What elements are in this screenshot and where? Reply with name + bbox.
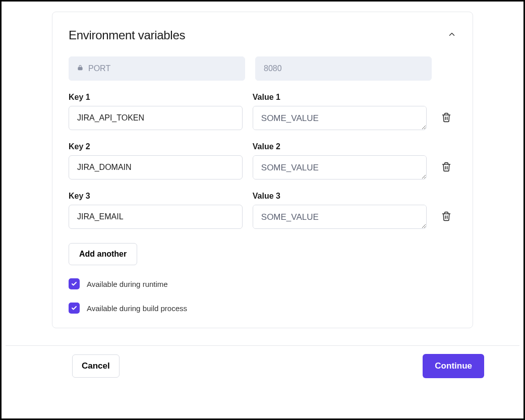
locked-value-field: 8080 (255, 56, 432, 81)
trash-icon (441, 112, 451, 124)
value-label: Value 3 (253, 192, 427, 201)
footer: Cancel Continue (6, 345, 519, 378)
locked-key-input: PORT (69, 56, 245, 81)
key-field-3: Key 3 (69, 192, 243, 229)
delete-row-button[interactable] (437, 155, 456, 179)
env-row: Key 1 Value 1 (69, 93, 456, 130)
key-input-1[interactable] (69, 106, 243, 130)
key-input-2[interactable] (69, 155, 243, 179)
locked-value-input: 8080 (255, 56, 432, 81)
env-row: Key 2 Value 2 (69, 142, 456, 179)
value-label: Value 2 (253, 142, 427, 151)
locked-key-text: PORT (88, 64, 110, 73)
checkbox-build-label: Available during build process (87, 304, 187, 313)
cancel-button[interactable]: Cancel (72, 354, 120, 378)
continue-button[interactable]: Continue (423, 354, 484, 378)
checkbox-build[interactable] (69, 303, 80, 314)
locked-key-field: PORT (69, 56, 245, 81)
checkbox-runtime[interactable] (69, 278, 80, 289)
key-field-1: Key 1 (69, 93, 243, 130)
add-another-button[interactable]: Add another (69, 243, 137, 265)
delete-row-button[interactable] (437, 205, 456, 229)
checkbox-build-row: Available during build process (69, 303, 456, 314)
key-field-2: Key 2 (69, 142, 243, 179)
checkbox-runtime-label: Available during runtime (87, 280, 168, 288)
value-field-1: Value 1 (253, 93, 427, 130)
value-label: Value 1 (253, 93, 427, 102)
lock-icon (77, 64, 83, 73)
value-field-2: Value 2 (253, 142, 427, 179)
delete-row-button[interactable] (437, 106, 456, 130)
svg-rect-0 (78, 68, 82, 70)
value-input-1[interactable] (253, 106, 427, 130)
env-vars-card: Environment variables PORT 8080 Key 1 (52, 12, 473, 328)
key-input-3[interactable] (69, 205, 243, 229)
locked-row: PORT 8080 (69, 56, 456, 81)
value-field-3: Value 3 (253, 192, 427, 229)
locked-value-text: 8080 (264, 64, 282, 73)
key-label: Key 2 (69, 142, 243, 151)
card-header: Environment variables (69, 28, 456, 42)
checkbox-runtime-row: Available during runtime (69, 278, 456, 289)
chevron-up-icon[interactable] (447, 30, 456, 41)
trash-icon (441, 162, 451, 173)
key-label: Key 1 (69, 93, 243, 102)
value-input-3[interactable] (253, 205, 427, 229)
key-label: Key 3 (69, 192, 243, 201)
trash-icon (441, 211, 451, 223)
card-title: Environment variables (69, 28, 185, 42)
env-row: Key 3 Value 3 (69, 192, 456, 229)
value-input-2[interactable] (253, 155, 427, 179)
